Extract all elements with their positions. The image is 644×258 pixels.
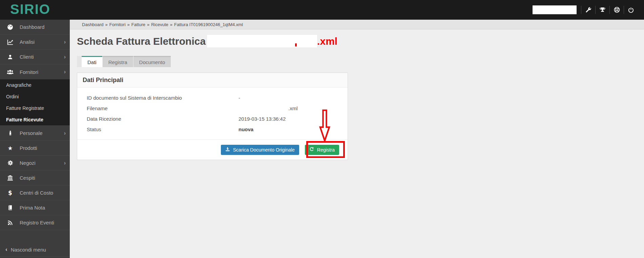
life-ring-icon[interactable] (610, 0, 624, 20)
field-label: ID documento sul Sistema di Interscambio (83, 95, 238, 101)
chevron-right-icon: › (64, 54, 66, 60)
field-value: 2019-03-15 13:36:42 (238, 116, 286, 122)
button-label: Scarica Documento Originale (233, 147, 295, 153)
sidebar-item-personale[interactable]: Personale › (0, 126, 70, 141)
sidebar-item-prima-nota[interactable]: Prima Nota (0, 200, 70, 215)
field-row-data-ricezione: Data Ricezione 2019-03-15 13:36:42 (83, 114, 342, 124)
sidebar-item-label: Clienti (20, 54, 34, 60)
sidebar-item-label: Personale (20, 130, 43, 136)
field-label: Filename (83, 105, 238, 111)
male-icon (6, 130, 14, 136)
tab-label: Dati (87, 59, 97, 65)
submenu-item-fatture-ricevute[interactable]: Fatture Ricevute (0, 114, 70, 125)
collapse-menu-button[interactable]: ‹ Nascondi menu (0, 243, 70, 257)
registra-button[interactable]: Registra (305, 145, 339, 155)
tab-label: Registra (108, 59, 127, 65)
rss-icon (6, 220, 14, 225)
panel-footer: Scarica Documento Originale Registra (77, 139, 348, 160)
field-label: Data Ricezione (83, 116, 238, 122)
sidebar-item-clienti[interactable]: Clienti › (0, 49, 70, 64)
user-icon (6, 54, 14, 60)
topbar: SIRIO (0, 0, 644, 20)
breadcrumb-separator: » (105, 22, 108, 27)
sidebar-item-centri-di-costo[interactable]: $ Centri di Costo (0, 185, 70, 200)
sidebar: Dashboard Analisi › Clienti › Fornitori … (0, 20, 70, 258)
sidebar-item-label: Centri di Costo (20, 190, 53, 196)
submenu-item-anagrafiche[interactable]: Anagrafiche (0, 79, 70, 91)
red-tick-mark (295, 43, 297, 46)
sidebar-item-cespiti[interactable]: Cespiti (0, 171, 70, 185)
submenu-item-ordini[interactable]: Ordini (0, 91, 70, 102)
bank-icon (6, 175, 14, 181)
filename-extension: .xml (288, 105, 298, 111)
sidebar-item-label: Dashboard (20, 24, 44, 30)
gear-icon (6, 160, 14, 166)
breadcrumb: Dashboard » Fornitori » Fatture » Ricevu… (70, 20, 644, 29)
breadcrumb-current: Fattura IT01961900246_1qtM4.xml (174, 22, 243, 27)
chevron-right-icon: › (64, 69, 66, 75)
redaction-box-user (533, 5, 577, 14)
breadcrumb-fornitori[interactable]: Fornitori (109, 22, 126, 27)
sidebar-item-fornitori[interactable]: Fornitori › (0, 64, 70, 79)
chevron-right-icon: › (64, 39, 66, 45)
dati-principali-panel: Dati Principali ID documento sul Sistema… (77, 73, 348, 160)
tab-dati[interactable]: Dati (82, 56, 102, 67)
sidebar-item-registro-eventi[interactable]: Registro Eventi (0, 215, 70, 230)
breadcrumb-ricevute[interactable]: Ricevute (151, 22, 168, 27)
panel-title: Dati Principali (77, 73, 348, 87)
download-icon (225, 147, 230, 153)
wrench-icon[interactable] (581, 0, 595, 20)
field-label: Status (83, 126, 238, 132)
status-value: nuova (238, 126, 253, 132)
book-icon (6, 205, 14, 211)
users-icon (6, 69, 14, 75)
breadcrumb-separator: » (127, 22, 130, 27)
star-icon: ★ (6, 145, 14, 152)
submenu-item-fatture-registrate[interactable]: Fatture Registrate (0, 102, 70, 114)
redaction-box-filename (238, 105, 288, 112)
tab-label: Documento (139, 59, 165, 65)
title-row: Scheda Fattura Elettronica.xml (77, 35, 644, 51)
panel-body: ID documento sul Sistema di Interscambio… (77, 87, 348, 139)
power-icon[interactable] (624, 0, 638, 20)
breadcrumb-separator: » (170, 22, 172, 27)
sidebar-item-label: Cespiti (20, 175, 35, 181)
page-title: Scheda Fattura Elettronica (77, 36, 206, 47)
tab-bar-stub (77, 56, 82, 67)
chevron-left-icon: ‹ (5, 246, 7, 253)
sidebar-item-label: Registro Eventi (20, 220, 54, 225)
trophy-icon[interactable] (596, 0, 609, 20)
submenu-item-label: Anagrafiche (6, 82, 32, 88)
tab-bar: Dati Registra Documento (77, 56, 644, 67)
tab-registra[interactable]: Registra (103, 56, 133, 67)
breadcrumb-fatture[interactable]: Fatture (131, 22, 145, 27)
field-row-filename: Filename .xml (83, 103, 342, 114)
sidebar-item-prodotti[interactable]: ★ Prodotti (0, 141, 70, 156)
sidebar-item-negozi[interactable]: Negozi › (0, 156, 70, 171)
field-row-id-documento: ID documento sul Sistema di Interscambio… (83, 93, 342, 103)
sidebar-item-dashboard[interactable]: Dashboard (0, 20, 70, 35)
download-original-button[interactable]: Scarica Documento Originale (221, 145, 299, 155)
chevron-right-icon: › (64, 130, 66, 136)
sidebar-item-analisi[interactable]: Analisi › (0, 35, 70, 49)
submenu-item-label: Ordini (6, 94, 19, 99)
main-content: Dashboard » Fornitori » Fatture » Ricevu… (70, 20, 644, 258)
app-logo[interactable]: SIRIO (10, 2, 50, 17)
breadcrumb-dashboard[interactable]: Dashboard (82, 22, 104, 27)
collapse-menu-label: Nascondi menu (11, 247, 46, 253)
redaction-box-title (207, 35, 317, 47)
tab-documento[interactable]: Documento (133, 56, 171, 67)
field-row-status: Status nuova (83, 124, 342, 135)
submenu-item-label: Fatture Ricevute (6, 117, 43, 122)
fornitori-submenu: Anagrafiche Ordini Fatture Registrate Fa… (0, 79, 70, 126)
field-value: .xml (238, 105, 298, 112)
submenu-item-label: Fatture Registrate (6, 105, 44, 111)
chevron-right-icon: › (64, 160, 66, 166)
button-label: Registra (317, 147, 335, 153)
field-value: - (238, 95, 240, 101)
page-title-suffix: .xml (317, 36, 337, 47)
sidebar-item-label: Prima Nota (20, 205, 45, 211)
line-chart-icon (6, 39, 14, 45)
sidebar-item-label: Fornitori (20, 69, 38, 75)
refresh-icon (309, 147, 314, 153)
